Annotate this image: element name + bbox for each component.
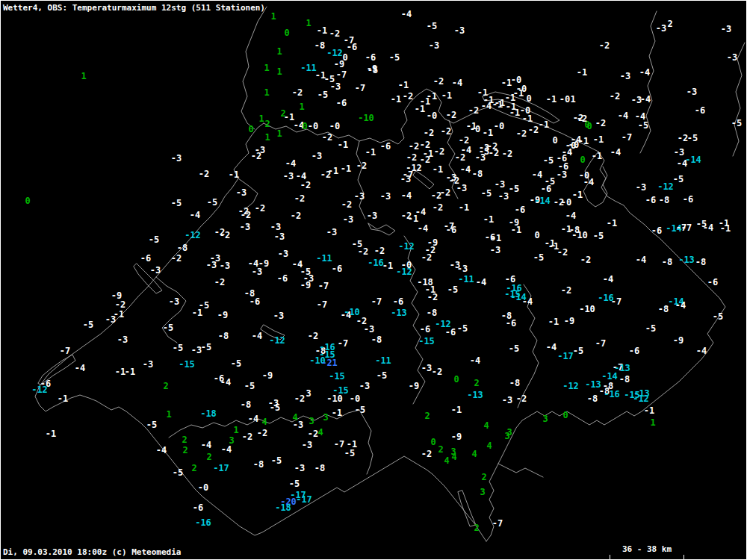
station-value: -21 <box>321 358 338 367</box>
station-value: -0 <box>198 483 208 492</box>
station-value: -8 <box>619 375 630 384</box>
station-value: -7 <box>60 346 70 355</box>
station-value: -2 <box>468 106 479 115</box>
station-value: -3 <box>686 87 697 96</box>
station-value: -5 <box>593 231 604 240</box>
station-value: -17 <box>296 495 312 504</box>
station-value: -5 <box>713 312 723 321</box>
station-value: 1 <box>233 426 238 435</box>
station-value: -2 <box>341 200 352 209</box>
station-value: 0 <box>248 125 253 134</box>
station-value: -1 <box>382 261 393 270</box>
station-value: -4 <box>252 332 262 340</box>
station-value: -12 <box>396 267 412 276</box>
station-value: -2 <box>516 394 527 403</box>
station-value: -5 <box>83 320 93 329</box>
station-value: -5 <box>270 403 280 412</box>
station-value: -2 <box>433 77 444 86</box>
station-value: 1 <box>264 88 269 97</box>
station-value: -7 <box>595 339 606 348</box>
timestamp-label: Di, 09.03.2010 18:00z (c) Meteomedia <box>3 547 181 557</box>
station-value: -9 <box>564 317 574 326</box>
station-value: -3 <box>456 184 467 193</box>
station-value: -2 <box>455 153 465 162</box>
station-value: -1 <box>338 140 348 149</box>
station-value: -2 <box>356 161 367 170</box>
station-value: -1 <box>415 105 425 113</box>
station-value: 0 <box>302 122 307 131</box>
station-value: -3 <box>274 232 285 241</box>
station-value: 1 <box>276 67 282 76</box>
station-value: -3 <box>326 228 337 237</box>
station-value: -2 <box>374 246 385 255</box>
station-value: -4 <box>546 343 557 352</box>
station-value: -11 <box>458 275 474 284</box>
station-value: -6 <box>393 297 403 306</box>
station-value: -3 <box>311 152 322 161</box>
station-value: -1 <box>509 108 520 117</box>
station-value: -3 <box>343 215 353 224</box>
station-value: -3 <box>171 154 182 163</box>
station-value: -6 <box>707 278 718 287</box>
station-value: -8 <box>662 258 672 267</box>
station-value: -12 <box>326 49 343 57</box>
scale-label: 36 - 38 km <box>610 544 684 554</box>
station-value: -2 <box>502 149 512 158</box>
station-value: -5 <box>645 324 656 333</box>
station-value: -8 <box>587 394 598 403</box>
station-value: 0 <box>453 375 459 384</box>
station-value: -8 <box>253 460 264 469</box>
station-value: 4 <box>451 452 456 461</box>
station-value: -7 <box>611 297 622 306</box>
station-value: -1 <box>341 164 351 173</box>
station-value: -0 <box>470 125 480 134</box>
station-value: -5 <box>638 121 648 130</box>
station-value: -1 <box>46 429 56 438</box>
station-value: 2 <box>474 379 479 388</box>
station-value: -0 <box>329 122 340 131</box>
station-value: -5 <box>389 53 400 62</box>
station-value: -0 <box>561 198 571 207</box>
station-value: 2 <box>182 446 187 455</box>
station-value: -2 <box>489 149 499 158</box>
station-value: -2 <box>528 125 539 134</box>
station-value: 4 <box>471 449 477 458</box>
station-value: -2 <box>599 41 610 50</box>
station-value: -6 <box>651 226 662 235</box>
station-value: -8 <box>177 243 187 252</box>
station-value: -1 <box>328 167 338 175</box>
station-value: 0 <box>562 411 568 420</box>
station-value: -4 <box>583 178 594 187</box>
station-value: -2 <box>446 111 456 119</box>
station-value: -7 <box>371 297 382 306</box>
station-value: -8 <box>659 196 669 205</box>
station-value: -1 <box>720 224 731 233</box>
station-value: 0 <box>586 122 592 131</box>
station-value: 4 <box>444 456 449 465</box>
station-value: -3 <box>278 249 288 258</box>
station-value: -2 <box>292 88 303 97</box>
station-value: -1 <box>229 170 239 179</box>
station-value: -1 <box>592 152 602 161</box>
station-value: -0 <box>308 122 318 131</box>
station-value: -3 <box>117 335 128 344</box>
station-value: -3 <box>367 211 377 220</box>
station-value: -8 <box>472 169 483 178</box>
station-value: -5 <box>271 456 282 465</box>
station-value: -2 <box>242 432 252 441</box>
station-value: -3 <box>674 148 684 157</box>
station-value: -0 <box>560 95 570 104</box>
station-value: -6 <box>332 264 342 273</box>
station-value: -9 <box>334 60 344 69</box>
station-value: -4 <box>452 78 462 87</box>
station-value: -3 <box>727 53 737 62</box>
station-value: -4 <box>401 10 412 19</box>
station-value: -7 <box>622 133 632 142</box>
station-value: -7 <box>318 281 329 290</box>
station-value: -1 <box>365 148 376 157</box>
station-value: -3 <box>380 192 391 201</box>
station-value: -10 <box>326 394 343 403</box>
station-value: -3 <box>454 26 465 35</box>
station-value: -3 <box>240 223 250 231</box>
station-value: -5 <box>368 66 378 75</box>
